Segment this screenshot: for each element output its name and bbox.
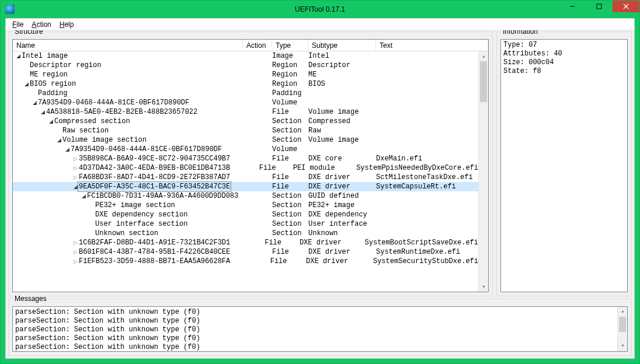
- tree-row-text: SystemBootScriptSaveDxe.efi: [365, 238, 478, 247]
- tree-row-text: [376, 135, 478, 145]
- menu-help[interactable]: Help: [55, 19, 78, 30]
- tree-row[interactable]: ◢Volume image sectionSectionVolume image: [13, 135, 478, 145]
- tree-row[interactable]: ▷B601F8C4-43B7-4784-95B1-F4226CB40CEEFil…: [13, 247, 478, 257]
- tree-row[interactable]: User interface sectionSectionUser interf…: [13, 219, 478, 229]
- grid-body: ◢Intel imageImageIntelDescriptor regionR…: [13, 51, 488, 292]
- tree-row[interactable]: ▷FA68BD3F-8AD7-4D41-8CD9-2E72FB387AD7Fil…: [13, 173, 478, 182]
- tree-row[interactable]: ◢7A9354D9-0468-444A-81CE-0BF617D890DFVol…: [13, 145, 478, 154]
- col-header-type[interactable]: Type: [272, 40, 308, 51]
- col-header-subtype[interactable]: Subtype: [308, 40, 376, 51]
- tree-row-text: [376, 210, 478, 219]
- tree-row-type: File: [272, 247, 308, 257]
- tree-row-name: User interface section: [95, 219, 187, 229]
- tree-row[interactable]: Descriptor regionRegionDescriptor: [13, 61, 478, 70]
- expand-closed-icon[interactable]: ▷: [72, 154, 78, 163]
- expand-open-icon[interactable]: ◢: [15, 51, 21, 61]
- tree-row-text: [376, 51, 478, 61]
- expand-open-icon[interactable]: ◢: [64, 145, 70, 154]
- maximize-button[interactable]: [586, 1, 613, 12]
- tree-row[interactable]: ◢FC1BCDB0-7D31-49AA-936A-A4600D9DD083Sec…: [13, 191, 478, 201]
- message-line[interactable]: parseSection: Section with unknown type …: [15, 317, 625, 326]
- tree-row[interactable]: Unknown sectionSectionUnknown: [13, 229, 478, 238]
- message-line[interactable]: parseSection: Section with unknown type …: [15, 343, 625, 352]
- tree-row-subtype: DXE driver: [306, 257, 373, 266]
- tree-row[interactable]: ◢Compressed sectionSectionCompressed: [13, 117, 478, 126]
- tree-row[interactable]: ◢Intel imageImageIntel: [13, 51, 478, 61]
- col-header-text[interactable]: Text: [376, 40, 488, 51]
- scroll-down-icon[interactable]: ▾: [618, 341, 628, 351]
- tree-row-type: Section: [272, 191, 308, 201]
- scroll-thumb[interactable]: [480, 61, 487, 102]
- tree-row-text: [376, 89, 478, 98]
- expand-open-icon[interactable]: ◢: [40, 107, 46, 117]
- close-button[interactable]: [613, 1, 639, 12]
- tree-row-name: 4A538818-5AE0-4EB2-B2EB-488B23657022: [46, 107, 197, 117]
- tree-row-text: [376, 229, 478, 238]
- menu-file[interactable]: File: [8, 19, 27, 30]
- tree-row[interactable]: PE32+ image sectionSectionPE32+ image: [13, 201, 478, 210]
- messages-lines: parseSection: Section with unknown type …: [15, 308, 625, 352]
- messages-scrollbar[interactable]: ▴ ▾: [617, 307, 627, 351]
- expand-open-icon[interactable]: ◢: [23, 79, 29, 89]
- scroll-thumb[interactable]: [619, 317, 626, 332]
- tree-row-name: 9EA5DF0F-A35C-48C1-BAC9-F63452B47C3E: [78, 181, 231, 192]
- tree-row-text: [376, 107, 478, 117]
- tree-row-type: Section: [272, 135, 308, 145]
- structure-panel: Structure Name Action Type Subtype Text …: [8, 32, 493, 296]
- tree-row[interactable]: Raw sectionSectionRaw: [13, 126, 478, 135]
- tree-row-subtype: Unknown: [308, 229, 376, 238]
- expand-closed-icon[interactable]: ▷: [72, 247, 78, 257]
- tree-row-type: File: [259, 163, 293, 173]
- tree-row-text: SystemSecurityStubDxe.efi: [373, 257, 478, 266]
- minimize-button[interactable]: [559, 1, 586, 12]
- tree-row-subtype: [308, 89, 376, 98]
- expand-closed-icon[interactable]: ▷: [72, 257, 78, 266]
- content: Structure Name Action Type Subtype Text …: [6, 30, 634, 358]
- expand-open-icon[interactable]: ◢: [48, 117, 54, 126]
- expand-closed-icon[interactable]: ▷: [72, 163, 78, 173]
- tree-row-subtype: [308, 98, 376, 107]
- tree-row[interactable]: DXE dependency sectionSectionDXE depende…: [13, 210, 478, 219]
- tree-row[interactable]: ▷4D37DA42-3A0C-4EDA-B9EB-BC0E1DB4713BFil…: [13, 163, 478, 173]
- tree-row-text: [376, 79, 478, 89]
- scroll-down-icon[interactable]: ▾: [479, 282, 488, 292]
- titlebar[interactable]: UEFITool 0.17.1: [1, 1, 639, 18]
- tree-row-type: Volume: [272, 145, 308, 154]
- col-header-action[interactable]: Action: [243, 40, 272, 51]
- scroll-up-icon[interactable]: ▴: [618, 307, 628, 317]
- structure-scrollbar[interactable]: ▴ ▾: [478, 51, 488, 292]
- expand-open-icon[interactable]: ◢: [32, 98, 37, 107]
- expand-open-icon[interactable]: ◢: [56, 135, 62, 145]
- message-line[interactable]: parseSection: Section with unknown type …: [15, 308, 625, 317]
- tree-row[interactable]: ◢7A9354D9-0468-444A-81CE-0BF617D890DFVol…: [13, 98, 478, 107]
- tree-row[interactable]: ▷1C6B2FAF-D8BD-44D1-A91E-7321B4C2F3D1Fil…: [13, 238, 478, 247]
- tree-row[interactable]: ME regionRegionME: [13, 70, 478, 79]
- frame: File Action Help Structure Name Action T…: [1, 18, 639, 363]
- tree-row-subtype: Intel: [308, 51, 376, 61]
- tree-row[interactable]: PaddingPadding: [13, 89, 478, 98]
- expand-closed-icon[interactable]: ▷: [72, 173, 78, 182]
- tree-row[interactable]: ▷F1EFB523-3D59-4888-BB71-EAA5A96628FAFil…: [13, 257, 478, 266]
- tree-row-subtype: DXE driver: [300, 238, 365, 247]
- tree-row[interactable]: ▷35B898CA-B6A9-49CE-8C72-904735CC49B7Fil…: [13, 154, 478, 163]
- tree-row-name: B601F8C4-43B7-4784-95B1-F4226CB40CEE: [79, 247, 230, 257]
- tree-row-subtype: User interface: [308, 219, 376, 229]
- tree-row-name: Intel image: [22, 51, 68, 61]
- close-icon: [623, 4, 629, 9]
- menu-action[interactable]: Action: [27, 19, 55, 30]
- tree-row-text: [376, 145, 478, 154]
- tree-row-subtype: PEI module: [293, 163, 356, 173]
- expand-closed-icon[interactable]: ▷: [72, 238, 78, 247]
- tree-row[interactable]: ◢4A538818-5AE0-4EB2-B2EB-488B23657022Fil…: [13, 107, 478, 117]
- tree-row-name: 7A9354D9-0468-444A-81CE-0BF617D890DF: [38, 98, 189, 107]
- expand-open-icon[interactable]: ◢: [81, 191, 86, 201]
- svg-rect-1: [597, 4, 601, 9]
- message-line[interactable]: parseSection: Section with unknown type …: [15, 326, 625, 334]
- col-header-name[interactable]: Name: [13, 40, 243, 51]
- scroll-up-icon[interactable]: ▴: [479, 51, 488, 61]
- tree-row[interactable]: ◢9EA5DF0F-A35C-48C1-BAC9-F63452B47C3EFil…: [13, 182, 478, 191]
- message-line[interactable]: parseSection: Section with unknown type …: [15, 334, 625, 343]
- tree-row[interactable]: ◢BIOS regionRegionBIOS: [13, 79, 478, 89]
- tree-rows[interactable]: ◢Intel imageImageIntelDescriptor regionR…: [13, 51, 478, 292]
- tree-row-type: File: [272, 173, 308, 182]
